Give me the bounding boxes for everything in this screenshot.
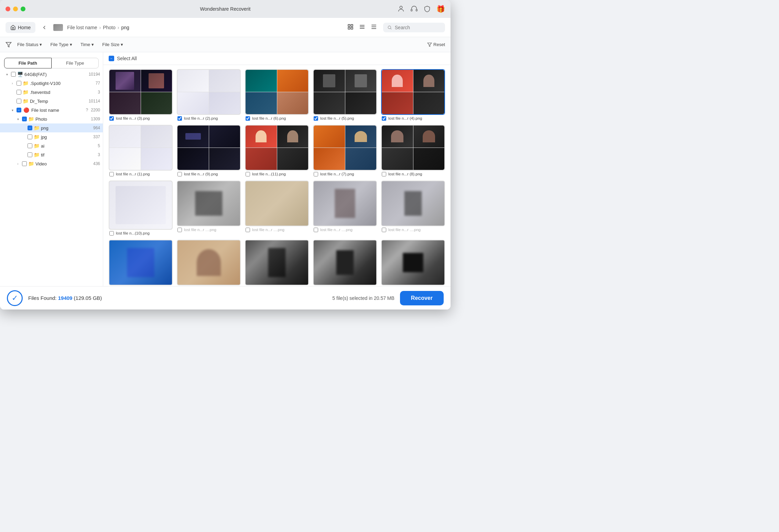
checkbox-fat64[interactable] bbox=[11, 72, 16, 77]
tree-item-video[interactable]: › 📁 Video 436 bbox=[0, 159, 103, 168]
grid-view-button[interactable] bbox=[345, 22, 356, 33]
photo-card-9[interactable]: lost file n...r (7).png bbox=[313, 125, 377, 176]
photo-card-4[interactable]: lost file n...r (5).png bbox=[313, 69, 377, 121]
photo-checkbox-6[interactable] bbox=[109, 172, 114, 176]
breadcrumb-folder: Photo bbox=[103, 25, 116, 30]
menu-view-button[interactable] bbox=[369, 22, 379, 33]
tree-item-jpg[interactable]: 📁 jpg 337 bbox=[0, 132, 103, 141]
checkbox-video[interactable] bbox=[22, 161, 27, 166]
photo-card-12[interactable]: lost file n...r ....png bbox=[177, 181, 241, 236]
tree-item-filelost[interactable]: ▾ − 🔴 File lost name ? 2200 bbox=[0, 106, 103, 115]
file-size-filter[interactable]: File Size ▾ bbox=[99, 41, 126, 48]
photo-filename-6: lost file n...r (1).png bbox=[116, 172, 150, 176]
photo-checkbox-8[interactable] bbox=[246, 172, 250, 176]
file-type-filter[interactable]: File Type ▾ bbox=[47, 41, 75, 48]
photo-card-3[interactable]: lost file n...r (6).png bbox=[245, 69, 309, 121]
photo-card-13[interactable]: lost file n...r ....png bbox=[245, 181, 309, 236]
photo-thumb-inner-9 bbox=[314, 126, 376, 170]
photo-card-6[interactable]: lost file n...r (1).png bbox=[109, 125, 173, 176]
photo-checkbox-3[interactable] bbox=[246, 116, 250, 121]
tree-item-ai[interactable]: 📁 ai 5 bbox=[0, 141, 103, 150]
file-status-filter[interactable]: File Status ▾ bbox=[14, 41, 45, 48]
photo-card-17[interactable]: lost file n...r ....png bbox=[177, 240, 241, 286]
label-video: Video bbox=[35, 161, 92, 166]
search-input[interactable] bbox=[395, 25, 441, 30]
close-button[interactable] bbox=[6, 7, 10, 11]
maximize-button[interactable] bbox=[21, 7, 25, 11]
checkbox-jpg[interactable] bbox=[28, 134, 32, 139]
photo-card-5[interactable]: lost file n...r (4).png bbox=[381, 69, 445, 121]
photo-card-20[interactable]: lost file n...r ....png bbox=[381, 240, 445, 286]
checkbox-ai[interactable] bbox=[28, 143, 32, 148]
sidebar: File Path File Type ▾ 🖥️ 64GB(FAT) 10194 bbox=[0, 52, 103, 286]
tab-file-path[interactable]: File Path bbox=[4, 58, 52, 68]
shield-icon[interactable] bbox=[423, 5, 431, 13]
red-icon-filelost: 🔴 bbox=[23, 107, 29, 113]
checkbox-fseventsd[interactable] bbox=[17, 90, 21, 95]
photo-card-10[interactable]: lost file n...r (8).png bbox=[381, 125, 445, 176]
photo-label-11: lost file n...(10).png bbox=[109, 230, 173, 236]
tree-item-fat64[interactable]: ▾ 🖥️ 64GB(FAT) 10194 bbox=[0, 70, 103, 79]
photo-checkbox-11[interactable] bbox=[109, 231, 114, 236]
expand-filelost[interactable]: ▾ bbox=[10, 107, 15, 113]
photo-checkbox-4[interactable] bbox=[314, 116, 318, 121]
back-button[interactable] bbox=[40, 23, 49, 32]
photo-checkbox-13[interactable] bbox=[246, 228, 250, 232]
photo-checkbox-10[interactable] bbox=[382, 172, 386, 176]
label-png: png bbox=[41, 126, 92, 131]
photo-card-15[interactable]: lost file n...r ....png bbox=[381, 181, 445, 236]
file-type-label: File Type bbox=[50, 42, 68, 47]
checkbox-tif[interactable] bbox=[28, 152, 32, 157]
photo-card-1[interactable]: lost file n...r (3).png bbox=[109, 69, 173, 121]
photo-checkbox-1[interactable] bbox=[109, 116, 114, 121]
photo-card-8[interactable]: lost file n...(11).png bbox=[245, 125, 309, 176]
expand-video[interactable]: › bbox=[15, 161, 21, 166]
gift-icon[interactable]: 🎁 bbox=[436, 5, 445, 13]
minimize-button[interactable] bbox=[13, 7, 18, 11]
select-all-icon: − bbox=[109, 56, 114, 61]
select-all-label[interactable]: Select All bbox=[117, 56, 137, 61]
headphone-icon[interactable] bbox=[410, 5, 418, 13]
person-icon[interactable] bbox=[397, 5, 405, 13]
expand-spotlight[interactable]: › bbox=[10, 80, 15, 86]
tree-item-photo[interactable]: ▾ − 📁 Photo 1309 bbox=[0, 115, 103, 123]
photo-checkbox-2[interactable] bbox=[177, 116, 182, 121]
photo-card-14[interactable]: lost file n...r ....png bbox=[313, 181, 377, 236]
tree-item-tif[interactable]: 📁 tif 3 bbox=[0, 150, 103, 159]
photo-card-16[interactable]: lost file n...r ....png bbox=[109, 240, 173, 286]
photo-label-5: lost file n...r (4).png bbox=[381, 115, 445, 121]
photo-card-7[interactable]: lost file n...r (9).png bbox=[177, 125, 241, 176]
recover-button[interactable]: Recover bbox=[400, 291, 444, 305]
label-filelost: File lost name bbox=[31, 108, 83, 113]
tree-item-fseventsd[interactable]: 📁 .fseventsd 3 bbox=[0, 88, 103, 97]
photo-checkbox-7[interactable] bbox=[177, 172, 182, 176]
photo-checkbox-14[interactable] bbox=[314, 228, 318, 232]
count-ai: 5 bbox=[98, 143, 100, 148]
reset-button[interactable]: Reset bbox=[427, 42, 445, 47]
minus-png: − bbox=[28, 126, 32, 130]
search-bar[interactable] bbox=[383, 23, 445, 32]
expand-photo[interactable]: ▾ bbox=[15, 116, 21, 122]
tree-item-png[interactable]: − 📁 png 964 bbox=[0, 123, 103, 132]
photo-card-2[interactable]: lost file n...r (2).png bbox=[177, 69, 241, 121]
photo-checkbox-15[interactable] bbox=[382, 228, 386, 232]
checkbox-spotlight[interactable] bbox=[17, 81, 21, 86]
time-filter[interactable]: Time ▾ bbox=[78, 41, 97, 48]
photo-card-11[interactable]: lost file n...(10).png bbox=[109, 181, 173, 236]
photo-card-18[interactable]: lost file n...r ....png bbox=[245, 240, 309, 286]
photo-label-2: lost file n...r (2).png bbox=[177, 115, 241, 121]
photo-checkbox-12[interactable] bbox=[177, 228, 182, 232]
count-video: 436 bbox=[93, 161, 100, 166]
breadcrumb: File lost name › Photo › png bbox=[67, 25, 341, 30]
photo-card-19[interactable]: lost file n...r ....png bbox=[313, 240, 377, 286]
photo-checkbox-5[interactable] bbox=[382, 116, 386, 121]
tab-file-type[interactable]: File Type bbox=[52, 58, 99, 68]
home-button[interactable]: Home bbox=[6, 22, 35, 33]
photo-checkbox-9[interactable] bbox=[314, 172, 318, 176]
list-view-button[interactable] bbox=[357, 22, 367, 33]
tree-item-drtemp[interactable]: 📁 Dr_Temp 10114 bbox=[0, 97, 103, 106]
app-container: Home File lost name › Photo › png bbox=[0, 18, 451, 310]
expand-fat64[interactable]: ▾ bbox=[4, 72, 10, 77]
checkbox-drtemp[interactable] bbox=[17, 99, 21, 104]
tree-item-spotlight[interactable]: › 📁 .Spotlight-V100 77 bbox=[0, 79, 103, 88]
